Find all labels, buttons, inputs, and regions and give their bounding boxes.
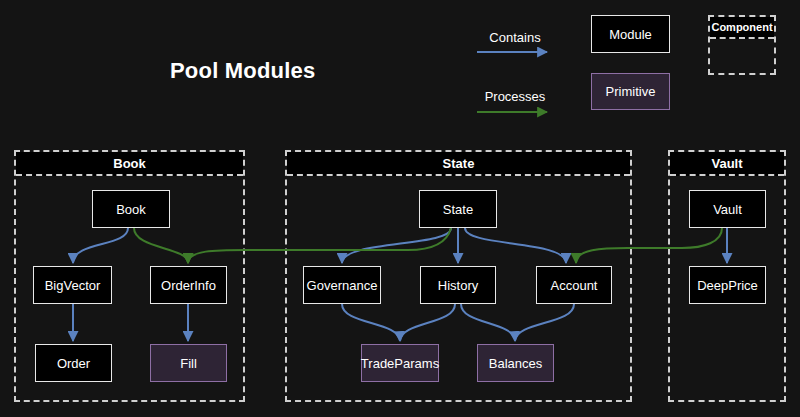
node-history: History bbox=[420, 266, 496, 304]
node-order: Order bbox=[35, 344, 112, 382]
node-vault-label: Vault bbox=[713, 202, 742, 217]
cluster-state-header: State bbox=[287, 152, 630, 176]
node-tradeparams: TradeParams bbox=[361, 344, 439, 382]
diagram-canvas: { "page": { "title": "Pool Modules", "ba… bbox=[0, 0, 800, 417]
node-balances: Balances bbox=[477, 344, 554, 382]
legend-module-label: Module bbox=[609, 27, 652, 42]
node-orderinfo: OrderInfo bbox=[150, 266, 227, 304]
node-deepprice-label: DeepPrice bbox=[697, 278, 758, 293]
node-bigvector-label: BigVector bbox=[45, 278, 101, 293]
node-tradeparams-label: TradeParams bbox=[361, 356, 439, 371]
node-fill: Fill bbox=[150, 344, 227, 382]
node-book-label: Book bbox=[116, 202, 146, 217]
node-state: State bbox=[419, 190, 497, 228]
node-state-label: State bbox=[443, 202, 473, 217]
cluster-vault-header: Vault bbox=[670, 152, 784, 176]
legend-module-swatch: Module bbox=[591, 15, 670, 53]
node-order-label: Order bbox=[57, 356, 90, 371]
legend-contains-label: Contains bbox=[475, 30, 555, 45]
legend-primitive-swatch: Primitive bbox=[591, 73, 670, 110]
cluster-book-header: Book bbox=[16, 152, 243, 176]
legend-primitive-label: Primitive bbox=[606, 84, 656, 99]
legend-component-swatch: Component bbox=[708, 15, 776, 75]
node-governance: Governance bbox=[303, 266, 381, 304]
node-bigvector: BigVector bbox=[33, 266, 112, 304]
node-deepprice: DeepPrice bbox=[689, 266, 766, 304]
node-balances-label: Balances bbox=[489, 356, 542, 371]
node-account: Account bbox=[536, 266, 612, 304]
node-fill-label: Fill bbox=[180, 356, 197, 371]
legend-component-label: Component bbox=[710, 17, 774, 39]
node-orderinfo-label: OrderInfo bbox=[161, 278, 216, 293]
node-governance-label: Governance bbox=[307, 278, 378, 293]
node-vault: Vault bbox=[689, 190, 766, 228]
node-book: Book bbox=[92, 190, 170, 228]
node-account-label: Account bbox=[551, 278, 598, 293]
node-history-label: History bbox=[438, 278, 478, 293]
legend-processes-label: Processes bbox=[475, 89, 555, 104]
page-title: Pool Modules bbox=[170, 58, 315, 84]
